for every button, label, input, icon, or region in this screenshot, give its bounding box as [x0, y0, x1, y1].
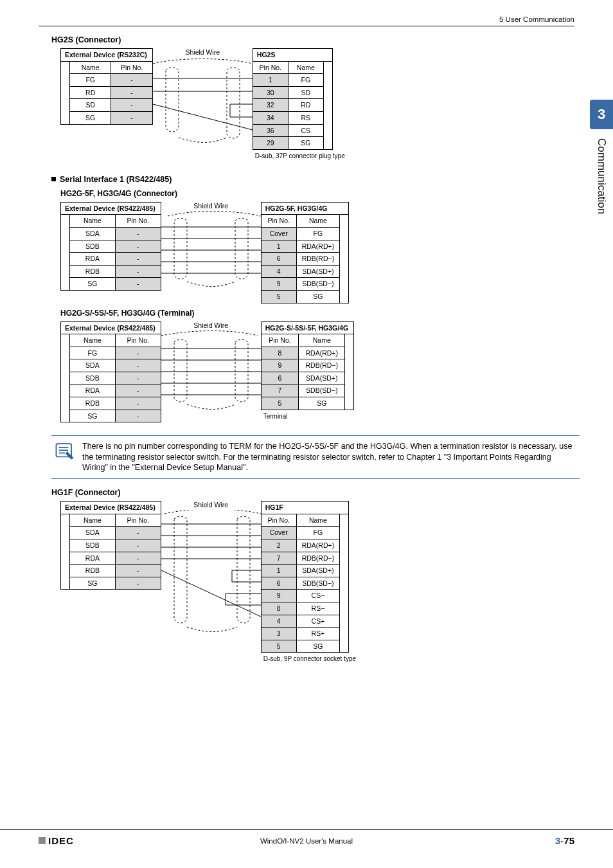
shield-wire-label: Shield Wire: [161, 202, 261, 210]
wiring-svg: [161, 510, 261, 638]
si1-s2-left-table: External Device (RS422/485) NamePin No. …: [60, 321, 161, 423]
si1-s2-title: HG2G-S/-5S/-5F, HG3G/4G (Terminal): [60, 309, 580, 318]
si1-s1-title: HG2G-5F, HG3G/4G (Connector): [60, 189, 580, 198]
chapter-side-label: Communication: [595, 138, 608, 214]
hg2s-right-table: HG2S Pin No.Name 1FG 30SD 32RD 34RS 36CS…: [253, 48, 333, 150]
header-section: 5 User Communication: [499, 15, 574, 23]
si1-s2-footnote: Terminal: [263, 413, 355, 420]
si1-title: Serial Interface 1 (RS422/485): [51, 175, 580, 184]
wiring-svg: [161, 330, 261, 414]
wiring-svg: [161, 211, 261, 291]
wiring-svg: [153, 57, 253, 144]
bullet-square-icon: [51, 177, 56, 181]
hg2s-title: HG2S (Connector): [51, 35, 580, 44]
shield-wire-label: Shield Wire: [161, 501, 261, 509]
si1-s1-right-table: HG2G-5F, HG3G/4G Pin No.Name CoverFG 1RD…: [261, 202, 349, 303]
si1-s1-diagram: External Device (RS422/485) NamePin No. …: [60, 202, 580, 303]
hg2s-footnote: D-sub, 37P connector plug type: [255, 152, 345, 159]
si1-s1-left-table: External Device (RS422/485) NamePin No. …: [60, 202, 161, 291]
hg2s-left-title: External Device (RS232C): [61, 49, 153, 62]
page-footer: WindO/I-NV2 User's Manual IDEC 3-75: [0, 829, 613, 851]
note-block: There is no pin number corresponding to …: [51, 435, 580, 480]
si1-s3-left-table: External Device (RS422/485) NamePin No. …: [60, 501, 161, 590]
shield-wire-label: Shield Wire: [153, 48, 253, 56]
note-text: There is no pin number corresponding to …: [82, 441, 577, 474]
si1-s3-title: HG1F (Connector): [51, 488, 580, 497]
si1-s3-right-table: HG1F Pin No.Name CoverFG 2RDA(RD+) 7RDB(…: [261, 501, 349, 653]
si1-s3-footnote: D-sub, 9P connector socket type: [263, 655, 356, 662]
si1-s2-right-table: HG2G-S/-5S/-5F, HG3G/4G Pin No.Name 8RDA…: [261, 321, 355, 410]
si1-s2-diagram: External Device (RS422/485) NamePin No. …: [60, 321, 580, 429]
note-icon: [54, 441, 76, 462]
si1-s3-diagram: External Device (RS422/485) NamePin No. …: [60, 501, 580, 671]
shield-wire-label: Shield Wire: [161, 321, 261, 329]
hg2s-left-table: External Device (RS232C) NamePin No. FG-…: [60, 48, 153, 125]
footer-center: WindO/I-NV2 User's Manual: [0, 837, 613, 845]
chapter-tab: 3: [590, 100, 613, 129]
hg2s-right-title: HG2S: [253, 49, 332, 62]
hg2s-diagram: External Device (RS232C) NamePin No. FG-…: [60, 48, 580, 168]
